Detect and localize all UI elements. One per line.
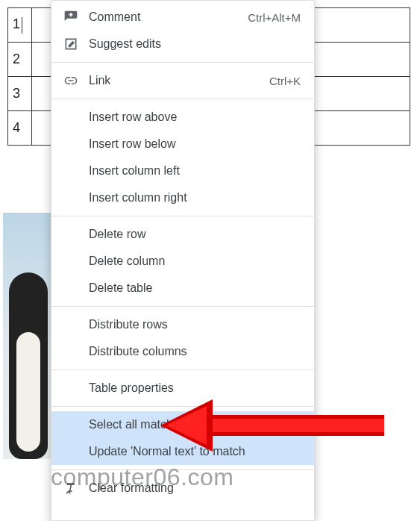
menu-delete-row[interactable]: Delete row [51,221,314,248]
menu-label: Insert row below [89,137,301,151]
menu-delete-column[interactable]: Delete column [51,248,314,275]
menu-label: Distribute columns [89,345,301,358]
menu-divider [51,306,314,307]
menu-clear-formatting[interactable]: Clear formatting [51,475,314,502]
menu-label: Suggest edits [89,37,301,51]
menu-divider [51,469,314,470]
menu-insert-column-right[interactable]: Insert column right [51,184,314,211]
menu-label: Delete column [89,255,301,268]
menu-label: Link [89,74,269,87]
menu-table-properties[interactable]: Table properties [51,375,314,402]
table-cell-4[interactable]: 4 [8,111,32,146]
context-menu: Comment Ctrl+Alt+M Suggest edits Link Ct… [51,0,315,521]
menu-divider [51,62,314,63]
menu-select-matching-text[interactable]: Select all matching text [51,411,314,438]
penguin-image [3,213,51,459]
link-icon [63,73,78,88]
comment-icon [63,10,78,25]
text-cursor [22,17,22,34]
menu-insert-row-below[interactable]: Insert row below [51,131,314,157]
menu-label: Delete table [89,281,301,295]
clear-formatting-icon [63,481,78,496]
menu-label: Update 'Normal text' to match [89,445,301,458]
menu-link[interactable]: Link Ctrl+K [51,67,314,94]
menu-insert-column-left[interactable]: Insert column left [51,157,314,184]
menu-label: Insert column left [89,164,301,178]
table-cell-2[interactable]: 2 [8,43,32,77]
menu-label: Delete row [89,228,301,241]
menu-update-normal-text[interactable]: Update 'Normal text' to match [51,438,314,465]
menu-divider [51,216,314,216]
table-cell-3[interactable]: 3 [8,77,32,111]
menu-label: Insert column right [89,191,301,205]
menu-divider [51,406,314,407]
menu-divider [51,99,314,99]
menu-shortcut: Ctrl+K [269,75,301,87]
menu-label: Select all matching text [89,418,301,431]
menu-label: Table properties [89,381,301,395]
menu-label: Clear formatting [89,481,301,495]
menu-distribute-columns[interactable]: Distribute columns [51,338,314,365]
menu-label: Distribute rows [89,318,301,331]
menu-divider [51,369,314,370]
menu-label: Insert row above [89,110,301,124]
menu-label: Comment [89,10,248,24]
suggest-edits-icon [63,37,78,52]
menu-insert-row-above[interactable]: Insert row above [51,104,314,131]
menu-shortcut: Ctrl+Alt+M [248,11,301,24]
menu-suggest-edits[interactable]: Suggest edits [51,31,314,57]
menu-comment[interactable]: Comment Ctrl+Alt+M [51,4,314,31]
table-cell-1[interactable]: 1 [8,8,32,43]
menu-distribute-rows[interactable]: Distribute rows [51,311,314,338]
menu-delete-table[interactable]: Delete table [51,275,314,302]
